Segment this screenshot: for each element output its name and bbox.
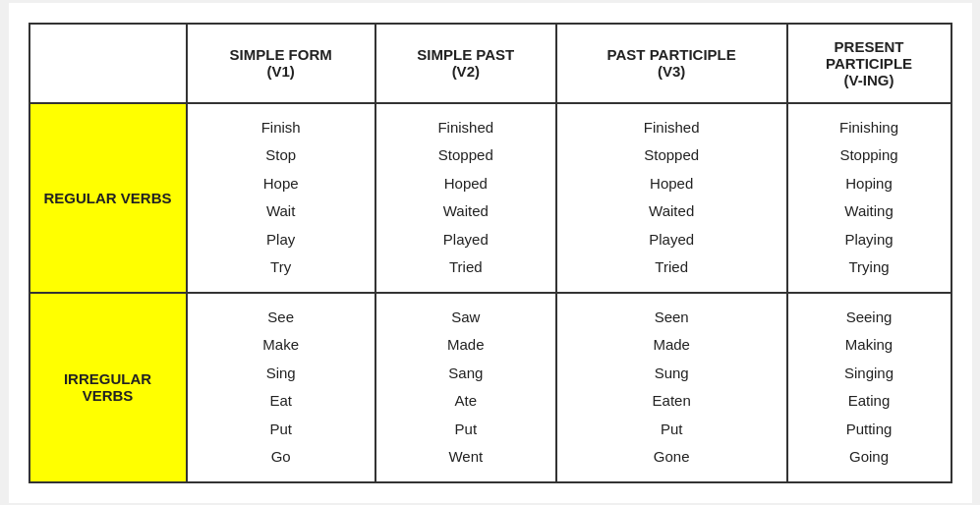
header-empty — [29, 24, 187, 103]
v2-cell: FinishedStoppedHopedWaitedPlayedTried — [375, 103, 556, 293]
table-row: IRREGULAR VERBSSeeMakeSingEatPutGoSawMad… — [29, 293, 951, 482]
header-ving: PRESENTPARTICIPLE(V-ING) — [787, 24, 951, 103]
v3-cell: SeenMadeSungEatenPutGone — [556, 293, 787, 482]
header-v1: SIMPLE FORM(V1) — [187, 24, 375, 103]
header-v2: SIMPLE PAST(V2) — [375, 24, 556, 103]
verb-table: SIMPLE FORM(V1) SIMPLE PAST(V2) PAST PAR… — [29, 23, 952, 483]
ving-cell: FinishingStoppingHopingWaitingPlayingTry… — [787, 103, 951, 293]
header-row: SIMPLE FORM(V1) SIMPLE PAST(V2) PAST PAR… — [29, 24, 951, 103]
header-v3: PAST PARTICIPLE(V3) — [556, 24, 787, 103]
v1-cell: SeeMakeSingEatPutGo — [187, 293, 375, 482]
table-row: REGULAR VERBSFinishStopHopeWaitPlayTryFi… — [29, 103, 951, 293]
v1-cell: FinishStopHopeWaitPlayTry — [187, 103, 375, 293]
category-cell: REGULAR VERBS — [29, 103, 187, 293]
v2-cell: SawMadeSangAtePutWent — [375, 293, 556, 482]
ving-cell: SeeingMakingSingingEatingPuttingGoing — [787, 293, 951, 482]
category-cell: IRREGULAR VERBS — [29, 293, 187, 482]
table-wrapper: SIMPLE FORM(V1) SIMPLE PAST(V2) PAST PAR… — [9, 3, 972, 503]
v3-cell: FinishedStoppedHopedWaitedPlayedTried — [556, 103, 787, 293]
